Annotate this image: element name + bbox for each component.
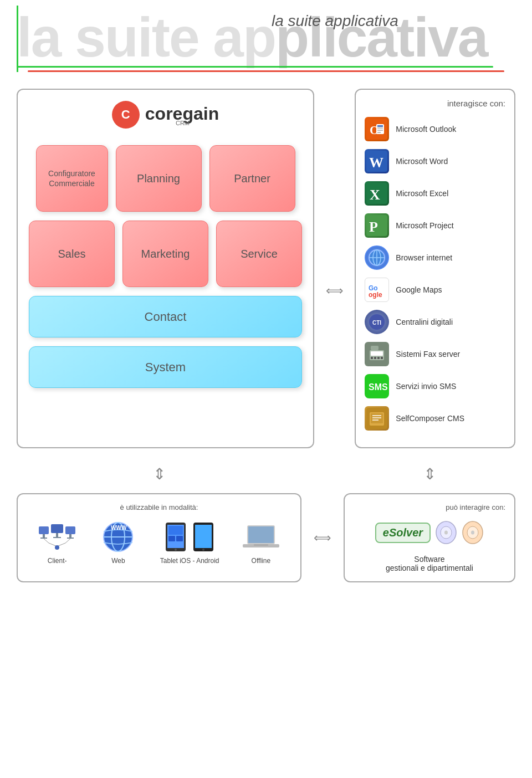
svg-rect-66: [248, 526, 274, 543]
svg-rect-68: [254, 544, 268, 546]
svg-rect-27: [377, 357, 380, 359]
svg-rect-41: [51, 524, 63, 533]
svg-text:WWW: WWW: [111, 525, 127, 531]
module-partner[interactable]: Partner: [209, 145, 295, 212]
tablet-icon: [165, 520, 214, 554]
bottom-right-content: eSolver Softwaregestionali e dipartimen: [354, 520, 505, 572]
module-configuratore[interactable]: ConfiguratoreCommerciale: [36, 145, 108, 212]
svg-rect-60: [195, 525, 212, 548]
module-planning[interactable]: Planning: [116, 145, 202, 212]
logo-crm: CRM: [176, 120, 190, 126]
bottom-row: è utilizzabile in modalità:: [17, 493, 515, 582]
left-arrow-col: ⇕: [17, 465, 301, 483]
svg-rect-63: [168, 536, 175, 541]
browser-icon: [365, 245, 389, 270]
project-label: Microsoft Project: [396, 221, 453, 230]
tablet-item: Tablet iOS - Android: [160, 520, 219, 565]
svg-point-51: [55, 545, 59, 550]
offline-icon: [242, 520, 280, 554]
svg-rect-25: [371, 357, 373, 359]
svg-rect-38: [39, 526, 49, 534]
cti-label: Centralini digitali: [396, 318, 453, 326]
modules-row-4: System: [29, 346, 302, 388]
outlook-icon: O: [365, 117, 389, 141]
integration-cti: CTI Centralini digitali: [365, 310, 505, 334]
bottom-left-title: è utilizzabile in modalità:: [27, 503, 291, 511]
modules-row-3: Contact: [29, 296, 302, 337]
cd-icon-1: [435, 520, 457, 545]
arrows-section: ⇕ ⇕: [17, 465, 515, 488]
module-sales[interactable]: Sales: [29, 221, 115, 287]
svg-text:ogle: ogle: [369, 291, 382, 299]
main-content: C coregain CRM ConfiguratoreCommerciale …: [0, 78, 532, 593]
svg-text:SMS: SMS: [369, 382, 387, 392]
esolver-logo: eSolver: [375, 523, 431, 543]
svg-point-61: [202, 549, 204, 551]
maps-icon: Google: [365, 278, 389, 302]
word-icon: W: [365, 149, 389, 173]
modules-row-1: ConfiguratoreCommerciale Planning Partne…: [29, 145, 302, 212]
logo-circle: C: [112, 101, 140, 129]
svg-text:W: W: [369, 155, 383, 171]
modules-grid: ConfiguratoreCommerciale Planning Partne…: [29, 145, 302, 388]
svg-line-49: [44, 539, 49, 543]
module-system[interactable]: System: [29, 346, 302, 388]
outlook-label: Microsoft Outlook: [396, 125, 456, 134]
esolver-text: eSolver: [383, 526, 423, 539]
word-label: Microsoft Word: [396, 157, 448, 166]
offline-item: Offline: [242, 520, 280, 565]
integration-fax: Sistemi Fax server: [365, 342, 505, 366]
svg-point-74: [471, 531, 474, 535]
header-subtitle: la suite applicativa: [272, 12, 398, 30]
excel-icon: X: [365, 181, 389, 206]
offline-label: Offline: [252, 557, 270, 565]
diagram-row: C coregain CRM ConfiguratoreCommerciale …: [17, 89, 515, 448]
svg-rect-40: [40, 538, 47, 539]
svg-rect-43: [53, 537, 61, 538]
header-lines: [17, 55, 515, 72]
web-icon: WWW: [99, 520, 137, 554]
right-arrow-col: ⇕: [344, 465, 515, 483]
module-marketing[interactable]: Marketing: [122, 221, 208, 287]
svg-rect-44: [65, 526, 75, 534]
svg-rect-46: [67, 538, 74, 539]
logo-wrapper: coregain CRM: [145, 104, 219, 126]
svg-point-58: [175, 549, 177, 551]
fax-icon: [365, 342, 389, 366]
svg-rect-34: [371, 413, 383, 423]
svg-rect-39: [43, 534, 45, 538]
svg-text:X: X: [370, 187, 380, 203]
svg-point-71: [444, 531, 448, 535]
bottom-bidirectional-arrow: ⟺: [314, 531, 331, 545]
cti-icon: CTI: [365, 310, 389, 334]
svg-rect-42: [56, 533, 58, 537]
svg-rect-29: [371, 346, 378, 350]
maps-label: Google Maps: [396, 285, 442, 294]
svg-rect-28: [381, 357, 383, 359]
right-panel-title: interagisce con:: [365, 99, 505, 108]
client-icon: [38, 520, 76, 554]
software-label: Softwaregestionali e dipartimentali: [386, 555, 473, 572]
bottom-icons-row: Client- WWW Web: [27, 520, 291, 565]
sms-label: Servizi invio SMS: [396, 382, 456, 391]
integration-word: W Microsoft Word: [365, 149, 505, 173]
svg-rect-5: [377, 130, 383, 131]
excel-label: Microsoft Excel: [396, 189, 448, 198]
web-label: Web: [111, 557, 125, 565]
vertical-line: [17, 6, 18, 72]
integration-selfcomposer: SelfComposer CMS: [365, 406, 505, 431]
client-item: Client-: [38, 520, 76, 565]
fax-label: Sistemi Fax server: [396, 350, 460, 359]
bottom-right-panel: può interagire con: eSolver: [344, 493, 515, 582]
module-service[interactable]: Service: [216, 221, 302, 287]
bottom-right-icons: eSolver: [375, 520, 484, 545]
sms-icon: SMS: [365, 374, 389, 398]
bidirectional-arrow: ⟺: [326, 284, 344, 298]
integration-sms: SMS Servizi invio SMS: [365, 374, 505, 398]
header: la suite applicativa la suite applicativ…: [0, 0, 532, 78]
integration-maps: Google Google Maps: [365, 278, 505, 302]
integration-outlook: O Microsoft Outlook: [365, 117, 505, 141]
module-contact[interactable]: Contact: [29, 296, 302, 337]
integration-excel: X Microsoft Excel: [365, 181, 505, 206]
tablet-label: Tablet iOS - Android: [160, 557, 219, 565]
